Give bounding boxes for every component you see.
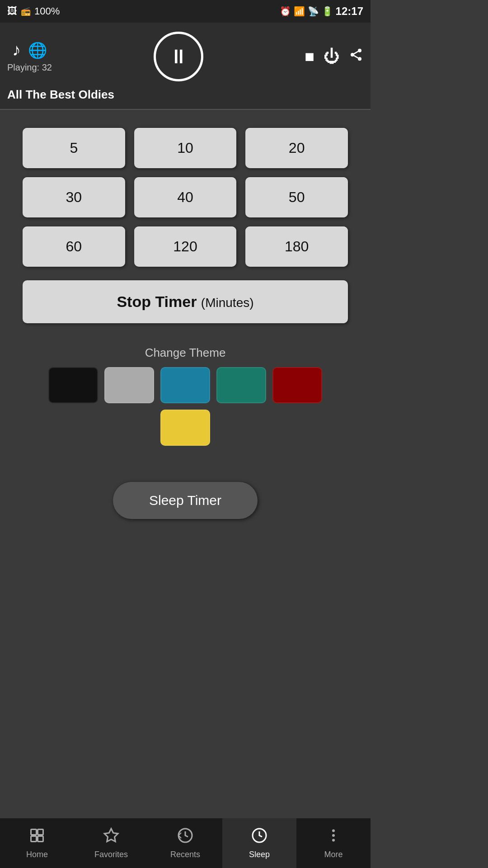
status-bar: 🖼 📻 100% ⏰ 📶 📡 🔋 12:17	[0, 0, 371, 23]
nav-item-recents[interactable]: Recents	[148, 818, 222, 868]
timer-grid: 5 10 20 30 40 50 60 120 180	[23, 128, 348, 267]
globe-icon[interactable]: 🌐	[28, 41, 47, 59]
status-bar-left: 🖼 📻 100%	[7, 5, 60, 17]
svg-marker-9	[104, 829, 118, 842]
change-theme-label: Change Theme	[145, 346, 226, 360]
battery-icon: 🔋	[322, 6, 333, 17]
svg-rect-7	[31, 836, 37, 841]
more-icon	[325, 827, 342, 847]
timer-btn-50[interactable]: 50	[245, 177, 348, 217]
status-bar-right: ⏰ 📶 📡 🔋 12:17	[280, 5, 363, 18]
nav-item-favorites[interactable]: Favorites	[74, 818, 148, 868]
main-content: 5 10 20 30 40 50 60 120 180 Stop Timer (…	[0, 110, 371, 528]
svg-rect-6	[38, 829, 43, 835]
bottom-nav: Home Favorites Recents Sleep	[0, 818, 371, 868]
star-icon	[103, 827, 119, 847]
nav-label-home: Home	[26, 850, 48, 859]
history-icon	[177, 827, 193, 847]
nav-label-sleep: Sleep	[249, 850, 270, 859]
stop-button[interactable]: ■	[305, 47, 314, 66]
theme-teal-green[interactable]	[216, 367, 266, 403]
player-controls-row: ♪ 🌐 Playing: 32 ⏸ ■ ⏻	[7, 32, 363, 81]
svg-line-3	[354, 56, 358, 58]
share-button[interactable]	[349, 47, 363, 66]
svg-line-4	[354, 52, 358, 54]
battery-percent: 100%	[34, 5, 60, 17]
station-title: All The Best Oldies	[7, 88, 363, 102]
stop-timer-label: Stop Timer	[117, 293, 197, 310]
theme-colors	[23, 367, 348, 446]
svg-point-1	[351, 53, 354, 57]
playing-label: Playing: 32	[7, 62, 52, 73]
nav-item-home[interactable]: Home	[0, 818, 74, 868]
theme-dark-red[interactable]	[272, 367, 322, 403]
sleep-timer-button[interactable]: Sleep Timer	[113, 482, 258, 519]
timer-btn-120[interactable]: 120	[134, 226, 237, 267]
nav-label-favorites: Favorites	[94, 850, 128, 859]
alarm-icon: ⏰	[280, 6, 291, 17]
nav-item-sleep[interactable]: Sleep	[222, 818, 296, 868]
timer-btn-30[interactable]: 30	[23, 177, 125, 217]
player-left: ♪ 🌐 Playing: 32	[7, 40, 52, 73]
theme-black[interactable]	[48, 367, 98, 403]
player-header: ♪ 🌐 Playing: 32 ⏸ ■ ⏻ All The	[0, 23, 371, 109]
svg-rect-8	[38, 836, 43, 841]
svg-point-2	[358, 57, 361, 61]
stop-timer-sublabel: (Minutes)	[201, 296, 254, 310]
timer-btn-10[interactable]: 10	[134, 128, 237, 168]
change-theme-section: Change Theme	[23, 346, 348, 446]
timer-btn-60[interactable]: 60	[23, 226, 125, 267]
svg-rect-5	[31, 829, 37, 835]
svg-point-13	[332, 834, 335, 837]
wifi-icon: 📶	[294, 6, 305, 17]
radio-icon: 📻	[21, 6, 31, 16]
theme-gray[interactable]	[104, 367, 154, 403]
music-icon[interactable]: ♪	[12, 40, 21, 60]
home-icon	[29, 827, 45, 847]
status-time: 12:17	[336, 5, 363, 18]
stop-timer-button[interactable]: Stop Timer (Minutes)	[23, 280, 348, 323]
player-right: ■ ⏻	[305, 47, 363, 66]
timer-btn-5[interactable]: 5	[23, 128, 125, 168]
timer-btn-40[interactable]: 40	[134, 177, 237, 217]
svg-point-14	[332, 839, 335, 841]
power-button[interactable]: ⏻	[324, 47, 340, 66]
signal-icon: 📡	[308, 6, 319, 17]
theme-teal-blue[interactable]	[160, 367, 210, 403]
gallery-icon: 🖼	[7, 5, 17, 17]
sleep-timer-area: Sleep Timer	[23, 482, 348, 519]
pause-button[interactable]: ⏸	[154, 32, 203, 81]
svg-point-12	[332, 829, 335, 832]
sleep-icon	[251, 827, 267, 847]
timer-btn-180[interactable]: 180	[245, 226, 348, 267]
nav-label-recents: Recents	[170, 850, 200, 859]
theme-yellow[interactable]	[160, 410, 210, 446]
timer-btn-20[interactable]: 20	[245, 128, 348, 168]
nav-label-more: More	[324, 850, 343, 859]
nav-item-more[interactable]: More	[296, 818, 371, 868]
pause-icon: ⏸	[169, 47, 188, 66]
svg-point-0	[358, 49, 361, 52]
